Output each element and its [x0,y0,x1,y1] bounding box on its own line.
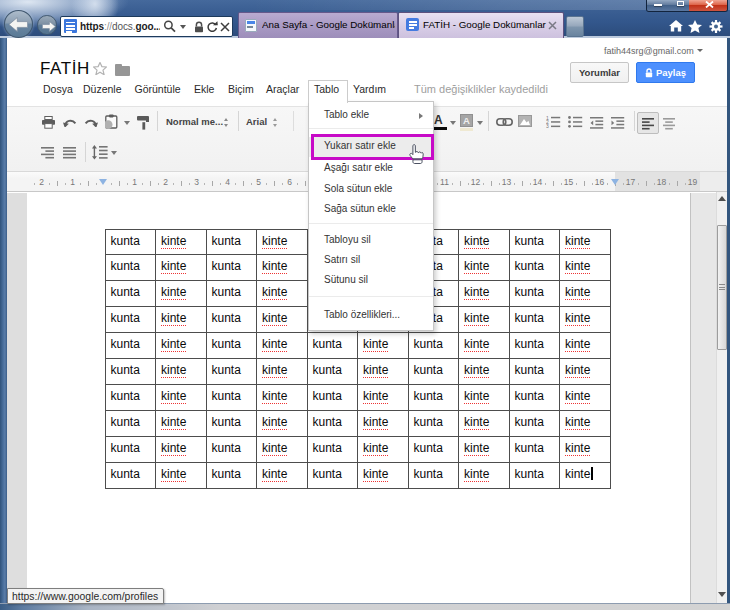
svg-text:3: 3 [546,123,549,129]
